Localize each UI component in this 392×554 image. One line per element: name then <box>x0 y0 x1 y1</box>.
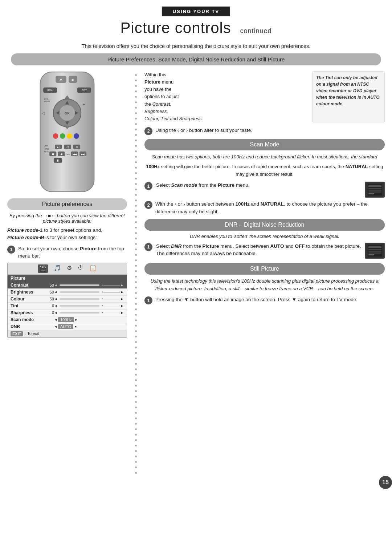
osd-row-tint: Tint 0 ◄ • ————— ► <box>8 303 127 310</box>
step2-row: 2 Using the ‹ or › button alter to suit … <box>144 127 385 135</box>
osd-icon-clock: ⏱ <box>78 264 83 273</box>
dot <box>135 227 137 229</box>
svg-rect-50 <box>368 191 381 193</box>
svg-text:✕: ✕ <box>76 145 78 149</box>
dot <box>135 341 137 343</box>
dot <box>135 428 137 430</box>
osd-row-scanmode: Scan mode ◄ 100Hz ► <box>8 316 127 323</box>
osd-icon-picture: 🎬 <box>38 264 48 273</box>
dot <box>135 472 137 474</box>
left-column: ⇄ ▣ MENU EXIT DVD MENU OK <box>7 71 131 474</box>
still-step1-row: 1 Pressing the ▼ button will hold an ima… <box>144 296 385 304</box>
svg-rect-53 <box>368 246 381 248</box>
svg-text:▣: ▣ <box>72 78 74 81</box>
svg-point-24 <box>67 133 72 139</box>
dot <box>135 363 137 365</box>
svg-rect-48 <box>368 188 381 189</box>
tint-note: The Tint can only be adjusted on a signa… <box>312 71 385 122</box>
svg-rect-49 <box>368 190 381 191</box>
dot <box>135 314 137 316</box>
dot-list <box>135 74 137 474</box>
dot <box>135 139 137 141</box>
scan-step1-text: Select Scan mode from the Picture menu. <box>156 182 361 189</box>
dot <box>135 287 137 288</box>
dot <box>135 129 137 130</box>
dnr-banner: DNR – Digital Noise Reduction <box>144 219 385 231</box>
dot <box>135 216 137 218</box>
right-column: Within this Picture menu you have the op… <box>141 71 385 474</box>
dot <box>135 347 137 348</box>
svg-text:⏺: ⏺ <box>60 153 63 156</box>
svg-text:CDI/II: CDI/II <box>65 153 70 155</box>
osd-row-sharpness: Sharpness 0 ◄ • ————— ► <box>8 310 127 316</box>
dot <box>135 232 137 234</box>
dot <box>135 118 137 120</box>
svg-text:▶|: ▶| <box>57 146 60 149</box>
dot <box>135 456 137 457</box>
dot <box>135 390 137 392</box>
dot <box>135 90 137 92</box>
svg-rect-56 <box>368 252 381 254</box>
dot <box>135 145 137 147</box>
pref-modes: Picture mode-1 to 3 for preset options a… <box>7 227 127 242</box>
dot <box>135 80 137 81</box>
page-number: 15 <box>379 476 392 489</box>
header-bar: USING YOUR TV <box>162 7 230 16</box>
dot <box>135 112 137 114</box>
osd-header: Picture <box>8 275 127 282</box>
dot <box>135 466 137 468</box>
dot <box>135 150 137 152</box>
step2-circle: 2 <box>144 127 152 135</box>
dot <box>135 276 137 278</box>
svg-text:◁): ◁) <box>66 145 69 149</box>
scan-step2-circle: 2 <box>144 201 152 209</box>
dot <box>135 396 137 397</box>
osd-row-colour: Colour 50 ◄ • ————— ► <box>8 296 127 303</box>
scan-menu-thumb <box>365 182 385 198</box>
dot-separator <box>131 71 141 474</box>
dot <box>135 270 137 272</box>
dot <box>135 248 137 250</box>
osd-icon-sound: 🎵 <box>54 264 61 273</box>
osd-footer: EXIT : To exit <box>8 330 127 337</box>
dot <box>135 352 137 354</box>
svg-text:EXIT: EXIT <box>82 89 87 92</box>
dot <box>135 445 137 446</box>
osd-row-brightness: Brightness 50 ◄ • ————— ► <box>8 289 127 296</box>
dot <box>135 85 137 87</box>
dnr-step1-row: 1 Select DNR from the Picture menu. Sele… <box>144 243 385 259</box>
dot <box>135 298 137 299</box>
osd-row-dnr: DNR ◄ AUTO ► <box>8 323 127 330</box>
svg-point-23 <box>60 133 65 139</box>
dot <box>135 259 137 261</box>
dot <box>135 434 137 436</box>
dot <box>135 210 137 212</box>
osd-icons-row: 🎬 🎵 ⚙ ⏱ 📋 <box>8 263 127 275</box>
svg-text:MENU: MENU <box>47 89 54 92</box>
dnr-intro: DNR enables you to 'soften' the screen r… <box>144 234 385 239</box>
dot <box>135 123 137 125</box>
dot <box>135 439 137 441</box>
dot <box>135 319 137 321</box>
scan-step1-circle: 1 <box>144 182 152 190</box>
svg-text:▶▶|: ▶▶| <box>81 153 85 156</box>
svg-text:+: + <box>83 102 85 107</box>
dot <box>135 74 137 76</box>
dot <box>135 221 137 223</box>
intro-text: This television offers you the choice of… <box>15 43 377 49</box>
dot <box>135 167 137 169</box>
svg-rect-51 <box>368 193 374 194</box>
dot <box>135 374 137 376</box>
osd-menu: 🎬 🎵 ⚙ ⏱ 📋 Picture Contrast 50 ◄ • ————— <box>7 263 127 338</box>
svg-text:DVD: DVD <box>44 98 48 100</box>
dot <box>135 238 137 239</box>
dot <box>135 254 137 256</box>
dot <box>135 281 137 283</box>
scan-step2-row: 2 With the ‹ or › button select between … <box>144 201 385 215</box>
dnr-step1-text: Select DNR from the Picture menu. Select… <box>156 243 361 258</box>
dot <box>135 423 137 425</box>
scan-mode-banner: Scan Mode <box>144 139 385 150</box>
step2-text: Using the ‹ or › button alter to suit yo… <box>155 127 385 134</box>
dot <box>135 265 137 267</box>
dot <box>135 189 137 190</box>
